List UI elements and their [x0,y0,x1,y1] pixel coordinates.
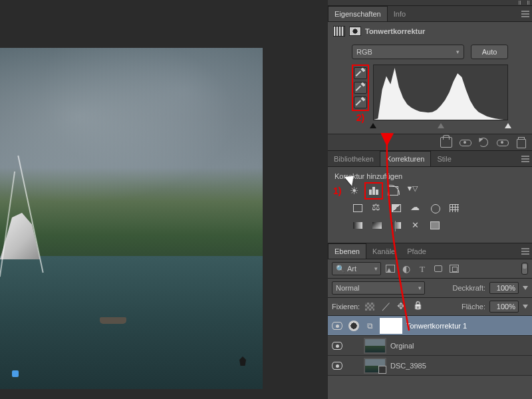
toggle-visibility-icon[interactable] [459,137,471,148]
auto-button[interactable]: Auto [471,45,508,59]
layer-name[interactable]: Tonwertkorrektur 1 [406,322,467,330]
channel-row: RGB Auto [352,45,508,59]
layer-mask-thumbnail[interactable] [380,318,402,334]
black-white-icon[interactable] [408,201,423,215]
invert-adjustment-icon[interactable] [350,219,365,232]
adjustments-row-2 [333,201,527,215]
filter-smart-objects-icon[interactable] [448,263,461,275]
slider-black-point[interactable] [370,123,376,128]
opacity-label: Deckkraft: [452,284,485,292]
opacity-field[interactable]: 100% [489,282,519,294]
properties-tab-bar: Eigenschaften Info [328,6,532,22]
mask-icon [349,27,361,36]
layer-name[interactable]: Orginal [390,342,414,350]
layer-row[interactable]: Orginal [328,336,532,356]
layer-row[interactable]: Tonwertkorrektur 1 [328,316,532,336]
gradient-map-icon[interactable] [428,219,442,232]
layer-row[interactable]: DSC_3985 [328,356,532,376]
tab-properties[interactable]: Eigenschaften [328,6,388,21]
channel-mixer-icon[interactable] [447,201,462,215]
vibrance-adjustment-icon[interactable] [350,201,365,215]
lock-fill-row: Fixieren: Fläche: 100% [328,298,532,316]
blend-opacity-row: Normal Deckkraft: 100% [328,279,532,298]
adjustments-row-1: 1) [333,184,527,198]
fill-slider-toggle[interactable] [523,305,528,309]
slider-white-point[interactable] [505,123,511,128]
adjustment-title: Tonwertkorrektur [365,27,425,35]
tab-channels[interactable]: Kanäle [366,244,401,259]
properties-header: Tonwertkorrektur [333,26,527,37]
fill-field[interactable]: 100% [489,301,519,313]
adjustments-flyout-menu[interactable] [521,156,529,162]
visibility-toggle-icon[interactable] [332,322,342,330]
visibility-toggle-icon[interactable] [332,362,342,370]
adjustments-tab-bar: Bibliotheken Korrekturen Stile [328,151,532,167]
threshold-adjustment-icon[interactable] [389,219,404,232]
layer-filter-kind-label: Art [347,265,356,273]
eyedropper-white-icon[interactable] [354,96,367,108]
channel-select[interactable]: RGB [352,45,464,59]
tab-info[interactable]: Info [388,7,412,21]
search-icon: 🔍 [336,265,345,273]
slider-midtone[interactable] [438,123,444,128]
lock-all-icon[interactable] [412,301,424,312]
eyedropper-group: 2) [352,65,369,123]
visibility-toggle-icon[interactable] [332,342,342,350]
image-region-poles [0,221,60,314]
layers-flyout-menu[interactable] [521,248,529,255]
layer-name[interactable]: DSC_3985 [390,362,426,370]
layer-thumbnail[interactable] [364,338,386,354]
brightness-contrast-icon[interactable] [347,184,362,198]
tab-paths[interactable]: Pfade [401,244,432,259]
adjustments-row-3 [333,219,527,232]
fill-label: Fläche: [462,303,485,311]
layer-filter-toggle[interactable] [521,263,528,275]
blend-mode-select[interactable]: Normal [332,281,425,295]
layers-tab-bar: Ebenen Kanäle Pfade [328,243,532,259]
clip-to-layer-icon[interactable] [440,137,452,148]
histogram[interactable] [373,65,508,120]
view-previous-state-icon[interactable] [496,137,508,148]
layer-thumbnail[interactable] [364,358,386,374]
delete-adjustment-icon[interactable] [515,137,527,148]
layers-panel: Ebenen Kanäle Pfade 🔍 Art Normal Deckkr [328,243,532,376]
canvas-area [0,0,328,399]
document-image[interactable] [0,48,263,389]
posterize-adjustment-icon[interactable] [370,219,384,232]
adjustments-body: Korrektur hinzufügen 1) [328,167,532,243]
filter-type-layers-icon[interactable] [416,263,429,275]
layer-filter-kind-select[interactable]: 🔍 Art [332,262,381,275]
levels-icon [333,26,345,37]
curves-adjustment-icon[interactable] [386,184,400,198]
lock-position-icon[interactable] [396,301,408,312]
opacity-slider-toggle[interactable] [523,286,528,290]
reset-adjustment-icon[interactable] [477,137,489,148]
panel-dock-grip[interactable] [328,0,532,5]
filter-shape-layers-icon[interactable] [432,263,445,275]
link-mask-icon[interactable] [364,321,376,331]
exposure-adjustment-icon[interactable] [405,184,420,198]
annotation-step-2: 2) [356,112,364,123]
tab-layers[interactable]: Ebenen [328,243,366,259]
add-adjustment-label: Korrektur hinzufügen [334,172,527,180]
properties-body: Tonwertkorrektur RGB Auto 2) [328,22,532,134]
filter-adjustment-layers-icon[interactable] [400,263,413,275]
tab-libraries[interactable]: Bibliotheken [328,152,380,166]
color-balance-icon[interactable] [389,201,404,215]
layer-list: Tonwertkorrektur 1 Orginal DSC_3985 [328,316,532,376]
properties-flyout-menu[interactable] [521,11,529,17]
filter-pixel-layers-icon[interactable] [384,263,397,275]
levels-adjustment-icon[interactable] [366,184,381,198]
eyedropper-gray-icon[interactable] [354,82,367,94]
adjustment-thumb-icon [348,321,359,331]
lock-transparency-icon[interactable] [364,301,376,312]
tab-styles[interactable]: Stile [431,152,457,166]
photo-filter-icon[interactable] [428,201,442,215]
hue-saturation-icon[interactable] [370,201,384,215]
selective-color-icon[interactable] [408,219,423,232]
tab-adjustments[interactable]: Korrekturen [380,151,431,166]
properties-footer [328,134,532,150]
lock-pixels-icon[interactable] [380,301,392,312]
eyedropper-black-icon[interactable] [354,67,367,79]
blend-mode-value: Normal [336,284,359,292]
